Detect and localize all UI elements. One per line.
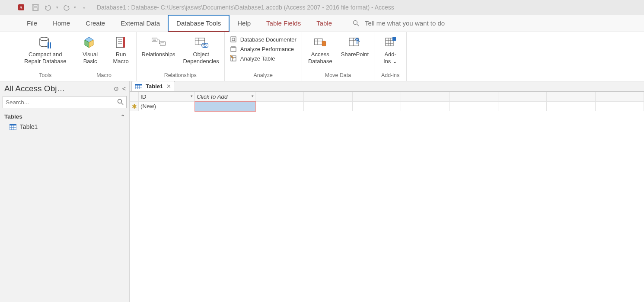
group-label-relationships: Relationships	[164, 71, 197, 80]
empty-cell[interactable]	[304, 102, 352, 111]
column-header-empty[interactable]	[450, 92, 498, 102]
qat-customize-icon[interactable]: ▿	[79, 2, 89, 13]
svg-rect-45	[392, 37, 396, 41]
cell-new-field[interactable]	[195, 102, 255, 111]
tab-table-fields[interactable]: Table Fields	[258, 15, 309, 32]
compact-repair-button[interactable]: Compact and Repair Database	[24, 34, 67, 65]
table-icon	[135, 84, 142, 89]
tab-external-data[interactable]: External Data	[113, 15, 168, 32]
ribbon: Compact and Repair Database Tools Visual…	[0, 32, 644, 81]
tab-file[interactable]: File	[19, 15, 45, 32]
tab-database-tools[interactable]: Database Tools	[168, 15, 230, 32]
svg-rect-16	[160, 42, 165, 45]
object-dependencies-button[interactable]: Object Dependencies	[183, 34, 219, 65]
nav-collapse-icon[interactable]: <	[122, 85, 126, 92]
group-relationships: Relationships Object Dependencies Relati…	[137, 32, 225, 81]
column-header-empty[interactable]	[498, 92, 546, 102]
column-header-click-to-add[interactable]: Click to Add ▾	[195, 92, 255, 102]
document-area: Table1 ✕ ID ▾	[130, 81, 644, 302]
new-record-indicator[interactable]: ✱	[130, 102, 139, 111]
nav-item-table1[interactable]: Table1	[0, 122, 129, 132]
undo-icon[interactable]	[43, 2, 54, 13]
tab-create[interactable]: Create	[78, 15, 113, 32]
tell-me-search[interactable]	[353, 19, 476, 27]
navigation-pane: All Access Obj… ⊙ < Tables ⌃	[0, 81, 130, 302]
tab-help[interactable]: Help	[230, 15, 258, 32]
analyze-performance-button[interactable]: Analyze Performance	[230, 45, 296, 53]
column-header-empty[interactable]	[595, 92, 644, 102]
table-icon	[10, 124, 16, 130]
datasheet[interactable]: ID ▾ Click to Add ▾	[130, 92, 644, 302]
object-dependencies-icon	[194, 35, 208, 50]
column-header-empty[interactable]	[547, 92, 595, 102]
empty-cell[interactable]	[547, 102, 595, 111]
doc-tab-table1[interactable]: Table1 ✕	[131, 81, 175, 91]
empty-cell[interactable]	[450, 102, 498, 111]
tab-table[interactable]: Table	[309, 15, 340, 32]
svg-rect-49	[10, 124, 16, 125]
svg-rect-27	[232, 38, 235, 41]
empty-cell[interactable]	[352, 102, 401, 111]
ribbon-tabs: File Home Create External Data Database …	[0, 15, 644, 32]
group-label-addins: Add-ins	[381, 71, 399, 80]
nav-search[interactable]	[3, 96, 127, 109]
column-header-id[interactable]: ID ▾	[139, 92, 195, 102]
empty-cell[interactable]	[498, 102, 546, 111]
column-header-empty[interactable]	[255, 92, 304, 102]
group-tools: Compact and Repair Database Tools	[19, 32, 72, 81]
addins-button[interactable]: Add- ins ⌄	[379, 34, 401, 65]
redo-icon[interactable]	[61, 2, 71, 13]
svg-point-7	[40, 37, 48, 41]
group-label-analyze: Analyze	[254, 71, 273, 80]
access-app-icon: A	[18, 3, 26, 11]
svg-rect-10	[116, 37, 124, 48]
select-all-cell[interactable]	[130, 92, 139, 102]
group-analyze: Database Documenter Analyze Performance …	[225, 32, 302, 81]
tell-me-input[interactable]	[364, 19, 476, 27]
relationships-icon	[151, 35, 166, 50]
empty-cell[interactable]	[595, 102, 644, 111]
window-title: Database1 : Database- C:\Users\jasws\Doc…	[97, 4, 394, 11]
group-move-data: Access Database SharePoint Move Data	[302, 32, 374, 81]
run-macro-button[interactable]: Run Macro	[111, 34, 131, 65]
cell-id-new[interactable]: (New)	[139, 102, 195, 111]
svg-rect-29	[232, 46, 235, 47]
dropdown-icon[interactable]: ▾	[191, 94, 193, 98]
visual-basic-button[interactable]: Visual Basic	[77, 34, 103, 65]
relationships-button[interactable]: Relationships	[142, 34, 175, 58]
svg-point-46	[118, 100, 122, 103]
column-header-empty[interactable]	[352, 92, 401, 102]
svg-point-5	[354, 20, 357, 24]
run-macro-icon	[114, 35, 128, 50]
analyze-table-button[interactable]: Analyze Table	[230, 55, 296, 62]
search-icon[interactable]	[117, 99, 124, 106]
sharepoint-button[interactable]: SharePoint	[341, 34, 369, 58]
group-label-tools: Tools	[39, 71, 51, 80]
database-icon	[38, 35, 53, 50]
dropdown-icon[interactable]: ▾	[251, 94, 253, 98]
svg-rect-40	[386, 38, 393, 46]
empty-cell[interactable]	[401, 102, 450, 111]
group-label-macro: Macro	[96, 71, 112, 80]
svg-rect-4	[33, 8, 38, 10]
chevron-up-icon: ⌃	[121, 114, 125, 120]
column-header-empty[interactable]	[304, 92, 352, 102]
svg-rect-9	[50, 42, 51, 48]
database-documenter-button[interactable]: Database Documenter	[230, 35, 296, 43]
nav-title: All Access Obj…	[4, 84, 65, 93]
nav-search-input[interactable]	[3, 96, 127, 108]
tab-home[interactable]: Home	[45, 15, 78, 32]
close-tab-icon[interactable]: ✕	[166, 83, 171, 90]
save-icon[interactable]	[30, 2, 41, 13]
empty-cell[interactable]	[255, 102, 304, 111]
nav-category-tables[interactable]: Tables ⌃	[0, 111, 129, 122]
column-header-empty[interactable]	[401, 92, 450, 102]
visual-basic-icon	[83, 35, 98, 50]
svg-rect-28	[231, 47, 236, 51]
nav-header[interactable]: All Access Obj… ⊙ <	[0, 81, 129, 96]
svg-rect-26	[231, 37, 236, 42]
nav-menu-icon[interactable]: ⊙	[114, 85, 119, 92]
title-bar: A ▾ ▾ ▿ Database1 : Database- C:\Users\j…	[0, 0, 644, 15]
access-database-button[interactable]: Access Database	[307, 34, 333, 65]
search-icon	[353, 20, 360, 27]
